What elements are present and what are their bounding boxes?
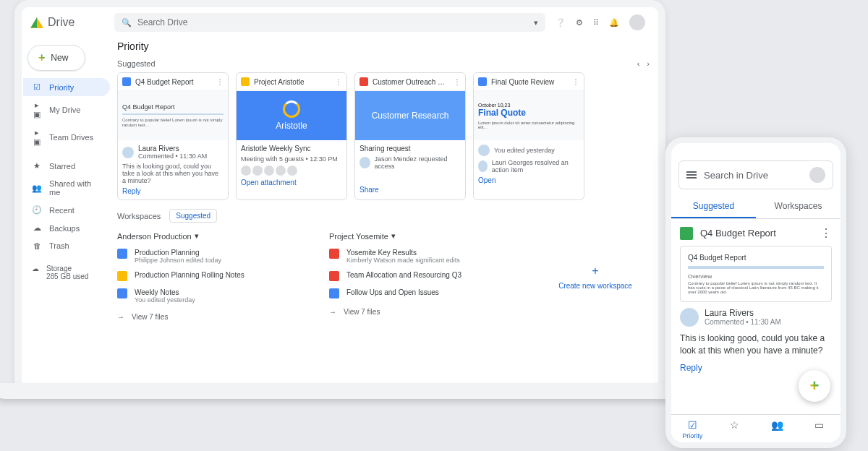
file-row[interactable]: Weekly NotesYou edited yesterday (117, 285, 315, 307)
tab-suggested[interactable]: Suggested (671, 195, 756, 218)
prev-icon[interactable]: ‹ (637, 59, 640, 68)
open-attachment-link[interactable]: Open attachment (241, 179, 342, 186)
nav-starred[interactable]: ☆ (714, 415, 757, 442)
workspace-title[interactable]: Project Yosemite▾ (329, 227, 527, 245)
nav-trash[interactable]: 🗑Trash (23, 237, 110, 254)
view-more-link[interactable]: →View 7 files (117, 307, 315, 327)
search-input[interactable] (137, 17, 528, 27)
topbar: Drive 🔍 ▾ ❔ ⚙ ⠿ 🔔 (22, 7, 658, 38)
nav-mydrive[interactable]: ▸ ▣My Drive (23, 96, 110, 124)
file-header[interactable]: Q4 Budget Report ⋮ (680, 226, 832, 240)
new-button[interactable]: + New (27, 45, 85, 71)
priority-icon: ☑ (688, 419, 697, 431)
account-avatar[interactable] (809, 167, 825, 183)
suggested-card[interactable]: Project Aristotle ⋮ Aristotle Aristotle … (236, 72, 347, 200)
file-row[interactable]: Team Allocation and Resourcing Q3 (329, 267, 527, 285)
user-avatar (359, 157, 370, 168)
more-icon[interactable]: ⋮ (820, 226, 832, 240)
suggested-card[interactable]: Q4 Budget Report ⋮ Q4 Budget Report Cont… (117, 72, 229, 200)
nav-files[interactable]: ▭ (799, 415, 841, 442)
suggested-card[interactable]: Customer Outreach Research ⋮ Customer Re… (354, 72, 466, 200)
card-thumbnail: Aristotle (237, 91, 346, 140)
plus-icon: + (810, 377, 820, 395)
card-title: Q4 Budget Report (135, 78, 212, 86)
user-avatar (478, 160, 488, 172)
account-avatar[interactable] (629, 14, 645, 30)
workspace-column: Anderson Production▾ Production Planning… (117, 227, 315, 327)
laptop-frame: Drive 🔍 ▾ ❔ ⚙ ⠿ 🔔 + New ☑Priority ▸ ▣My … (14, 0, 665, 390)
laptop-base (0, 383, 684, 399)
share-link[interactable]: Share (359, 186, 461, 194)
search-placeholder: Search in Drive (704, 170, 802, 181)
more-icon[interactable]: ⋮ (335, 78, 342, 86)
docs-icon (122, 77, 131, 86)
create-workspace-label: Create new workspace (558, 282, 632, 290)
arrow-right-icon: → (329, 308, 336, 316)
docs-icon (478, 77, 487, 86)
card-title: Final Quote Review (491, 78, 568, 86)
sheets-icon (680, 227, 693, 240)
nav-starred[interactable]: ★Starred (23, 157, 110, 175)
view-more-link[interactable]: →View 7 files (329, 302, 527, 322)
more-icon[interactable]: ⋮ (216, 78, 224, 86)
card-title: Customer Outreach Research (373, 78, 449, 86)
shared-icon: 👥 (771, 419, 783, 431)
suggested-pill[interactable]: Suggested (169, 209, 217, 223)
storage-info[interactable]: ☁ Storage 285 GB used (23, 259, 110, 286)
chevron-down-icon: ▾ (391, 231, 396, 241)
nav-shared[interactable]: 👥Shared with me (23, 175, 110, 201)
file-row[interactable]: Production Planning Rolling Notes (117, 267, 315, 285)
event-meta: Meeting with 5 guests • 12:30 PM (241, 155, 342, 163)
main-content: Priority Suggested ‹› Q4 Budget Report ⋮… (114, 38, 658, 390)
folder-icon: ▭ (814, 419, 824, 431)
file-title: Q4 Budget Report (700, 228, 813, 239)
nav-shared[interactable]: 👥 (756, 415, 799, 442)
reply-link[interactable]: Reply (122, 187, 224, 195)
storage-used: 285 GB used (46, 272, 88, 280)
fab-new[interactable]: + (799, 370, 830, 402)
more-icon[interactable]: ⋮ (454, 78, 461, 86)
settings-icon[interactable]: ⚙ (576, 18, 583, 27)
user-meta: Commented • 11:30 AM (705, 318, 781, 326)
workspace-title[interactable]: Anderson Production▾ (117, 227, 315, 245)
notifications-icon[interactable]: 🔔 (609, 18, 619, 27)
search-box[interactable]: 🔍 ▾ (114, 13, 545, 32)
slides-icon (241, 77, 250, 86)
tab-workspaces[interactable]: Workspaces (756, 195, 841, 218)
open-link[interactable]: Open (478, 176, 579, 184)
mobile-search[interactable]: Search in Drive (678, 160, 833, 189)
trash-icon: 🗑 (32, 241, 42, 250)
nav-recent[interactable]: 🕘Recent (23, 201, 110, 219)
file-row[interactable]: Production PlanningPhilippe Johnson edit… (117, 245, 315, 267)
comment-author: Laura Rivers Commented • 11:30 AM (680, 308, 832, 327)
next-icon[interactable]: › (647, 59, 650, 68)
chevron-down-icon[interactable]: ▾ (534, 18, 538, 27)
nav-teamdrives[interactable]: ▸ ▣Team Drives (23, 124, 110, 151)
nav-backups[interactable]: ☁Backups (23, 219, 110, 237)
nav-priority[interactable]: ☑Priority (23, 78, 110, 96)
mydrive-icon: ▸ ▣ (32, 100, 42, 119)
cloud-icon: ☁ (32, 265, 39, 272)
star-icon: ☆ (730, 419, 739, 431)
attendee-avatars (241, 166, 342, 176)
recent-icon: 🕘 (32, 205, 42, 215)
storage-label: Storage (46, 265, 88, 272)
help-icon[interactable]: ❔ (556, 18, 566, 27)
file-row[interactable]: Yosemite Key ResultsKimberly Watson made… (329, 245, 527, 267)
user-name: Laura Rivers (705, 308, 781, 318)
more-icon[interactable]: ⋮ (572, 78, 579, 86)
suggested-label: Suggested (117, 59, 156, 68)
card-thumbnail: Customer Research (355, 91, 465, 140)
workspace-column: Project Yosemite▾ Yosemite Key ResultsKi… (329, 227, 527, 327)
nav-priority[interactable]: ☑Priority (671, 415, 714, 442)
apps-icon[interactable]: ⠿ (593, 18, 599, 27)
file-row[interactable]: Follow Ups and Open Issues (329, 285, 527, 302)
file-thumbnail: Q4 Budget Report Overview Contrary to po… (680, 246, 832, 302)
create-workspace[interactable]: + Create new workspace (541, 227, 650, 327)
suggested-card[interactable]: Final Quote Review ⋮ October 10,23 Final… (473, 72, 584, 200)
card-title: Project Aristotle (254, 78, 331, 86)
backups-icon: ☁ (32, 223, 42, 233)
menu-icon[interactable] (686, 171, 697, 179)
drive-logo[interactable]: Drive (30, 16, 109, 29)
plus-icon: + (38, 51, 45, 64)
